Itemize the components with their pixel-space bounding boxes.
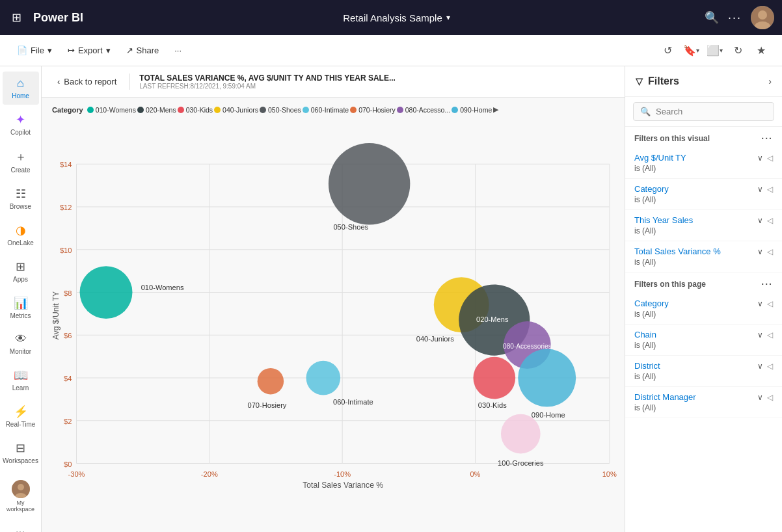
filter-chevron-total-variance[interactable]: ∨ — [757, 247, 763, 256]
filter-chevron-avg-unit[interactable]: ∨ — [757, 153, 763, 163]
filter-clear-chain[interactable]: ◁ — [767, 330, 773, 339]
sidebar-item-apps[interactable]: ⊞ Apps — [3, 254, 39, 288]
filter-item-avg-unit-ty[interactable]: Avg $/Unit TY ∨ ◁ is (All) — [625, 148, 782, 179]
back-to-report-button[interactable]: ‹ Back to report — [52, 74, 122, 89]
bookmark-button[interactable]: 🔖▾ — [681, 40, 701, 61]
monitor-icon: 👁 — [15, 332, 27, 346]
refresh-button[interactable]: ↻ — [727, 40, 748, 61]
filter-clear-district-manager[interactable]: ◁ — [767, 393, 773, 402]
filter-chevron-this-year[interactable]: ∨ — [757, 216, 763, 225]
legend-dot-kids — [178, 107, 184, 113]
legend-label-kids: 030-Kids — [186, 106, 213, 114]
filter-value-page-category: is (All) — [634, 310, 773, 319]
filter-item-category[interactable]: Category ∨ ◁ is (All) — [625, 179, 782, 210]
bubble-home[interactable] — [518, 349, 576, 407]
waffle-menu-icon[interactable]: ⊞ — [8, 7, 25, 29]
y-tick-14: $14 — [60, 161, 72, 168]
sidebar-item-monitor[interactable]: 👁 Monitor — [3, 327, 39, 360]
legend-label-mens: 020-Mens — [146, 106, 176, 114]
filter-item-page-category[interactable]: Category ∨ ◁ is (All) — [625, 293, 782, 325]
copilot-icon: ✦ — [16, 113, 25, 127]
y-tick-8: $8 — [64, 289, 72, 297]
filter-clear-total-variance[interactable]: ◁ — [767, 247, 773, 256]
filter-item-chain[interactable]: Chain ∨ ◁ is (All) — [625, 325, 782, 356]
bubble-groceries[interactable] — [501, 414, 541, 454]
sidebar-item-learn[interactable]: 📖 Learn — [3, 363, 39, 397]
file-icon: 📄 — [17, 46, 27, 55]
create-icon: ＋ — [15, 149, 27, 165]
filter-clear-avg-unit[interactable]: ◁ — [767, 153, 773, 163]
realtime-icon: ⚡ — [14, 405, 28, 419]
topbar-more-icon[interactable]: ··· — [728, 11, 742, 25]
export-button[interactable]: ↦ Export ▾ — [61, 42, 117, 59]
learn-icon: 📖 — [14, 368, 28, 382]
legend-dot-accessories — [397, 107, 403, 113]
bubble-intimate[interactable] — [306, 361, 341, 395]
filter-expand-icon[interactable]: › — [768, 76, 772, 86]
filter-item-total-variance[interactable]: Total Sales Variance % ∨ ◁ is (All) — [625, 241, 782, 273]
favorite-button[interactable]: ★ — [751, 40, 772, 61]
bubble-hosiery[interactable] — [258, 368, 284, 394]
filter-item-district-manager[interactable]: District Manager ∨ ◁ is (All) — [625, 387, 782, 418]
bubble-womens[interactable] — [80, 266, 133, 319]
bubble-kids[interactable] — [473, 357, 515, 399]
legend-more-icon[interactable]: ▶ — [493, 105, 498, 114]
toolbar-more-button[interactable]: ··· — [168, 42, 188, 59]
filter-name-district: District — [634, 361, 660, 371]
sidebar-label-monitor: Monitor — [10, 348, 31, 355]
report-visual-title: TOTAL SALES VARIANCE %, AVG $/UNIT TY AN… — [139, 73, 396, 83]
filter-chevron-page-category[interactable]: ∨ — [757, 299, 763, 308]
sidebar-item-metrics[interactable]: 📊 Metrics — [3, 291, 39, 325]
file-button[interactable]: 📄 File ▾ — [10, 42, 59, 59]
sidebar-item-realtime[interactable]: ⚡ Real-Time — [3, 399, 39, 433]
sidebar-item-browse[interactable]: ☷ Browse — [3, 181, 39, 215]
filter-item-district[interactable]: District ∨ ◁ is (All) — [625, 356, 782, 387]
home-icon: ⌂ — [17, 77, 24, 90]
topbar-search-icon[interactable]: 🔍 — [705, 10, 719, 25]
avatar[interactable] — [751, 6, 774, 29]
y-tick-12: $12 — [60, 204, 72, 211]
legend-dot-hosiery — [350, 107, 357, 113]
filter-chevron-category[interactable]: ∨ — [757, 185, 763, 194]
sidebar-item-create[interactable]: ＋ Create — [3, 144, 39, 179]
y-tick-0: $0 — [64, 460, 72, 468]
sidebar-bottom: Myworkspace ··· ▲ Power BI — [3, 475, 39, 532]
legend-label-intimate: 060-Intimate — [311, 106, 349, 114]
legend-item-hosiery: 070-Hosiery — [350, 106, 396, 114]
filter-chevron-chain[interactable]: ∨ — [757, 330, 763, 339]
filter-clear-this-year[interactable]: ◁ — [767, 216, 773, 225]
bubble-shoes[interactable] — [329, 143, 410, 224]
filter-chevron-district[interactable]: ∨ — [757, 362, 763, 371]
sidebar-item-myworkspace[interactable]: Myworkspace — [3, 475, 39, 518]
undo-button[interactable]: ↺ — [657, 40, 678, 61]
y-tick-10: $10 — [60, 246, 72, 254]
sidebar-item-onelake[interactable]: ◑ OneLake — [3, 218, 39, 252]
sidebar-item-home[interactable]: ⌂ Home — [3, 72, 39, 105]
more-icon: ··· — [16, 526, 25, 532]
y-tick-6: $6 — [64, 332, 72, 339]
filter-clear-page-category[interactable]: ◁ — [767, 299, 773, 308]
metrics-icon: 📊 — [14, 296, 28, 310]
filter-item-this-year-sales[interactable]: This Year Sales ∨ ◁ is (All) — [625, 210, 782, 241]
fit-button[interactable]: ⬜▾ — [704, 40, 725, 61]
sidebar-item-copilot[interactable]: ✦ Copilot — [3, 107, 39, 141]
legend-item-accessories: 080-Accesso... — [397, 106, 450, 114]
svg-point-1 — [758, 10, 767, 20]
export-chevron-icon: ▾ — [106, 46, 111, 55]
x-tick-0: 0% — [470, 470, 480, 478]
filters-on-visual-more[interactable]: ··· — [761, 133, 773, 144]
filter-search-input[interactable] — [656, 107, 767, 116]
legend-item-kids: 030-Kids — [178, 106, 213, 114]
share-button[interactable]: ↗ Share — [120, 42, 166, 59]
legend-item-intimate: 060-Intimate — [303, 106, 349, 114]
filter-clear-category[interactable]: ◁ — [767, 185, 773, 194]
filter-chevron-district-manager[interactable]: ∨ — [757, 393, 763, 402]
filter-name-category: Category — [634, 184, 669, 194]
filter-clear-district[interactable]: ◁ — [767, 362, 773, 371]
filters-on-page-more[interactable]: ··· — [761, 279, 773, 289]
sidebar-item-more[interactable]: ··· — [3, 521, 39, 532]
filter-value-avg-unit: is (All) — [634, 164, 773, 173]
sidebar-label-create: Create — [10, 166, 30, 174]
sidebar-item-workspaces[interactable]: ⊟ Workspaces — [3, 436, 39, 470]
title-chevron-icon[interactable]: ▾ — [446, 13, 450, 22]
